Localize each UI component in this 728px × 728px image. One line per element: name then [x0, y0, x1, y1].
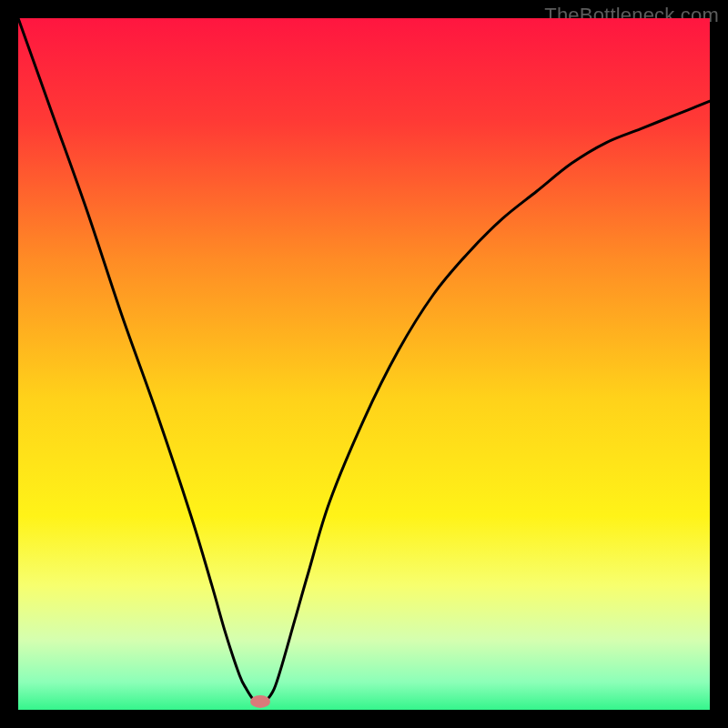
plot-area: [18, 18, 710, 710]
chart-svg: [18, 18, 710, 710]
chart-frame: TheBottleneck.com: [0, 0, 728, 728]
optimum-marker: [250, 695, 270, 708]
chart-background: [18, 18, 710, 710]
